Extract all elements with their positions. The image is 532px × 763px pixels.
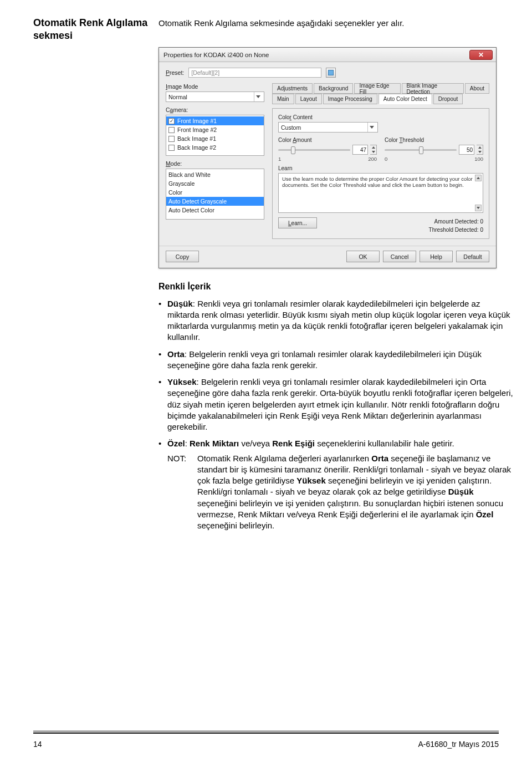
tab-adjustments[interactable]: Adjustments bbox=[272, 83, 313, 94]
color-content-combo[interactable]: Custom bbox=[278, 122, 378, 133]
mode-item[interactable]: Auto Detect Color bbox=[166, 206, 264, 215]
item-text: : bbox=[185, 439, 190, 448]
chevron-down-icon bbox=[367, 123, 375, 132]
color-content-label: Color Content bbox=[278, 114, 483, 120]
learn-button[interactable]: Learn... bbox=[278, 217, 317, 228]
mode-item[interactable]: Grayscale bbox=[166, 179, 264, 188]
close-button[interactable]: ✕ bbox=[469, 50, 493, 60]
preset-save-button[interactable] bbox=[326, 68, 336, 78]
tab-label: Adjustments bbox=[277, 85, 308, 91]
page-number: 14 bbox=[33, 740, 42, 749]
item-text: : Belgelerin renkli veya gri tonlamalı r… bbox=[167, 349, 482, 370]
preset-field[interactable]: [Default][2] bbox=[188, 68, 321, 78]
learn-text-content: Use the learn mode to determine the prop… bbox=[282, 176, 473, 188]
tab-label: Blank Image Detection bbox=[407, 83, 459, 95]
camera-item[interactable]: Back Image #1 bbox=[166, 134, 264, 143]
image-mode-combo[interactable]: Normal bbox=[166, 91, 264, 102]
camera-listbox[interactable]: Front Image #1 Front Image #2 Back Image… bbox=[166, 115, 264, 156]
tab-background[interactable]: Background bbox=[314, 83, 353, 94]
range-max: 200 bbox=[368, 156, 377, 162]
body-content: Renkli İçerik Düşük: Renkli veya gri ton… bbox=[158, 281, 513, 531]
camera-label: Camera: bbox=[166, 106, 264, 113]
camera-item-label: Back Image #2 bbox=[177, 144, 216, 151]
note-bold: Yüksek bbox=[296, 476, 326, 485]
tab-auto-color-detect[interactable]: Auto Color Detect bbox=[378, 94, 432, 104]
tab-label: Image Processing bbox=[328, 96, 372, 102]
default-button[interactable]: Default bbox=[456, 251, 489, 262]
preset-value: [Default][2] bbox=[191, 69, 219, 76]
btn-label: Default bbox=[463, 253, 482, 260]
ok-button[interactable]: OK bbox=[346, 251, 380, 262]
dialog-titlebar[interactable]: Properties for KODAK i2400 on None ✕ bbox=[159, 48, 496, 62]
mode-item[interactable]: Black and White bbox=[166, 170, 264, 179]
cancel-button[interactable]: Cancel bbox=[383, 251, 416, 262]
tab-about[interactable]: About bbox=[465, 83, 489, 94]
tab-label: Image Edge Fill bbox=[359, 83, 395, 95]
section-heading-left: Otomatik Renk Algılama sekmesi bbox=[33, 17, 150, 42]
note-bold: Orta bbox=[371, 454, 388, 463]
mode-item[interactable]: Auto Detect Grayscale bbox=[166, 197, 264, 206]
btn-label: Help bbox=[430, 253, 442, 260]
note-block: NOT: Otomatik Renk Algılama değerleri ay… bbox=[167, 453, 513, 532]
help-button[interactable]: Help bbox=[420, 251, 453, 262]
color-threshold-slider[interactable] bbox=[385, 149, 457, 151]
tab-image-edge-fill[interactable]: Image Edge Fill bbox=[354, 83, 400, 94]
color-threshold-label: Color Threshold bbox=[385, 137, 483, 143]
tab-label: Background bbox=[319, 85, 348, 91]
item-label: Düşük bbox=[167, 299, 193, 308]
range-min: 0 bbox=[385, 156, 387, 162]
range-max: 100 bbox=[474, 156, 483, 162]
checkbox-icon[interactable] bbox=[168, 145, 175, 151]
learn-textarea[interactable]: Use the learn mode to determine the prop… bbox=[278, 173, 483, 213]
scroll-down-button[interactable] bbox=[475, 205, 482, 211]
list-item: Yüksek: Belgelerin renkli veya gri tonla… bbox=[158, 377, 513, 433]
close-icon: ✕ bbox=[470, 50, 492, 59]
screenshot-dialog: Properties for KODAK i2400 on None ✕ Pre… bbox=[158, 47, 497, 268]
list-item: Özel: Renk Miktarı ve/veya Renk Eşiği se… bbox=[158, 438, 513, 531]
color-amount-slider[interactable] bbox=[278, 149, 350, 151]
checkbox-icon[interactable] bbox=[168, 118, 175, 124]
color-threshold-input[interactable]: 50 bbox=[459, 145, 474, 155]
range-min: 1 bbox=[278, 156, 281, 162]
item-label: Yüksek bbox=[167, 377, 197, 386]
tab-image-processing[interactable]: Image Processing bbox=[323, 94, 377, 104]
tab-main[interactable]: Main bbox=[272, 94, 294, 104]
item-label: Orta bbox=[167, 349, 185, 359]
note-text: Otomatik Renk Algılama değerleri ayarlan… bbox=[197, 454, 371, 463]
note-label: NOT: bbox=[167, 453, 186, 464]
copy-button[interactable]: Copy bbox=[166, 251, 199, 262]
footer-rule bbox=[33, 731, 499, 733]
image-mode-value: Normal bbox=[168, 94, 187, 100]
color-threshold-spinner[interactable] bbox=[477, 145, 483, 155]
preset-label: Preset: bbox=[166, 69, 184, 76]
checkbox-icon[interactable] bbox=[168, 136, 175, 142]
item-text: : Renkli veya gri tonlamalı resimler ola… bbox=[167, 299, 510, 342]
tab-blank-image-detection[interactable]: Blank Image Detection bbox=[402, 83, 464, 94]
mode-listbox[interactable]: Black and White Grayscale Color Auto Det… bbox=[166, 169, 264, 220]
item-text: : Belgelerin renkli veya gri tonlamalı r… bbox=[167, 377, 513, 431]
note-bold: Özel bbox=[476, 510, 494, 519]
camera-item[interactable]: Front Image #2 bbox=[166, 125, 264, 134]
amount-detected-value: 0 bbox=[480, 218, 483, 225]
tab-label: Main bbox=[277, 96, 289, 102]
item-label: Özel bbox=[167, 439, 185, 448]
color-amount-input[interactable]: 47 bbox=[352, 145, 368, 155]
scroll-up-button[interactable] bbox=[475, 175, 482, 181]
tab-layout[interactable]: Layout bbox=[295, 94, 322, 104]
mode-label: Mode: bbox=[166, 160, 264, 167]
doc-id: A-61680_tr Mayıs 2015 bbox=[418, 740, 499, 749]
item-bold: Renk Eşiği bbox=[272, 439, 315, 448]
tab-label: About bbox=[470, 85, 484, 91]
chevron-down-icon bbox=[254, 92, 262, 101]
btn-label: Cancel bbox=[391, 253, 409, 260]
checkbox-icon[interactable] bbox=[168, 127, 175, 133]
mode-item-label: Color bbox=[168, 189, 182, 196]
mode-item[interactable]: Color bbox=[166, 188, 264, 197]
amount-detected-label: Amount Detected: bbox=[434, 218, 479, 225]
tab-dropout[interactable]: Dropout bbox=[433, 94, 463, 104]
color-amount-spinner[interactable] bbox=[370, 145, 377, 155]
color-amount-label: Color Amount bbox=[278, 137, 377, 143]
content-section-title: Renkli İçerik bbox=[158, 281, 513, 293]
camera-item[interactable]: Back Image #2 bbox=[166, 143, 264, 152]
camera-item[interactable]: Front Image #1 bbox=[166, 116, 264, 125]
